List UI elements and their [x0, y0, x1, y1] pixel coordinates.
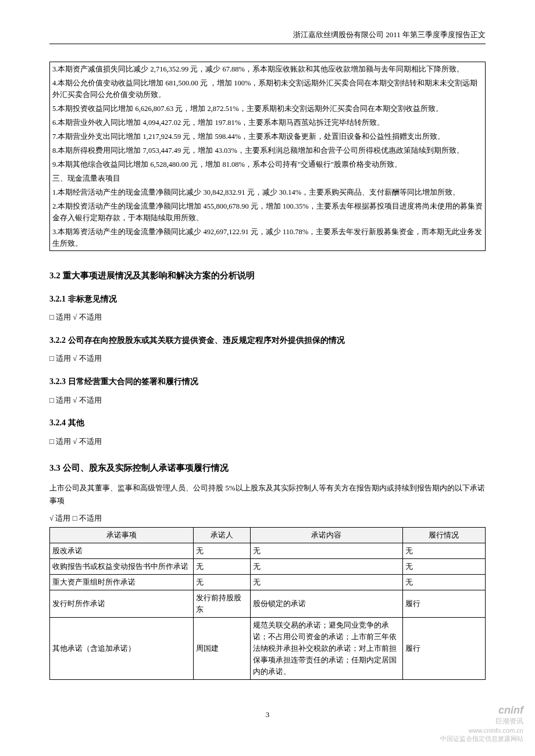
table-row: 发行时所作承诺 发行前持股股东 股份锁定的承诺 履行	[50, 590, 486, 617]
cell-content: 无	[250, 574, 402, 590]
note-item: 8.本期所得税费用同比增加 7,053,447.49 元，增加 43.03%，主…	[50, 144, 485, 157]
section-3-3-intro: 上市公司及其董事、监事和高级管理人员、公司持股 5%以上股东及其实际控制人等有关…	[49, 482, 486, 507]
cell-status: 无	[402, 543, 485, 558]
cell-item: 发行时所作承诺	[50, 590, 194, 617]
cell-content: 规范关联交易的承诺；避免同业竞争的承诺；不占用公司资金的承诺；上市前三年依法纳税…	[250, 617, 402, 679]
note-item: 4.本期公允价值变动收益同比增加 681,500.00 元 ，增加 100%，系…	[50, 76, 485, 102]
note-item: 3.本期资产减值损失同比减少 2,716,352.99 元，减少 67.88%，…	[50, 62, 485, 76]
table-row: 收购报告书或权益变动报告书中所作承诺 无 无 无	[50, 558, 486, 574]
cell-person: 发行前持股股东	[194, 590, 250, 617]
cell-status: 无	[402, 558, 485, 574]
cell-content: 无	[250, 558, 402, 574]
applicability-status: □ 适用 √ 不适用	[49, 395, 486, 407]
table-row: 重大资产重组时所作承诺 无 无 无	[50, 574, 486, 590]
cell-person: 无	[194, 543, 250, 558]
watermark-logo: cninf	[498, 704, 523, 716]
note-item: 5.本期投资收益同比增加 6,626,807.63 元，增加 2,872.51%…	[50, 102, 485, 116]
cell-item: 其他承诺（含追加承诺）	[50, 617, 194, 679]
section-3-2-1-heading: 3.2.1 非标意见情况	[49, 293, 486, 306]
note-item: 9.本期其他综合收益同比增加 6,528,480.00 元，增加 81.08%，…	[50, 157, 485, 171]
commitment-table: 承诺事项 承诺人 承诺内容 履行情况 股改承诺 无 无 无 收购报告书或权益变动…	[49, 527, 486, 680]
th-fulfil: 履行情况	[402, 527, 485, 543]
applicability-status: □ 适用 √ 不适用	[49, 311, 486, 324]
section-3-2-4-heading: 3.2.4 其他	[49, 417, 486, 429]
th-item: 承诺事项	[50, 527, 194, 543]
note-item: 三、现金流量表项目	[50, 171, 485, 185]
applicability-status: □ 适用 √ 不适用	[49, 353, 486, 365]
applicability-status: □ 适用 √ 不适用	[49, 436, 486, 448]
th-person: 承诺人	[194, 527, 250, 543]
th-content: 承诺内容	[250, 527, 402, 543]
table-row: 其他承诺（含追加承诺） 周国建 规范关联交易的承诺；避免同业竞争的承诺；不占用公…	[50, 617, 486, 679]
cell-item: 股改承诺	[50, 543, 194, 558]
cell-content: 无	[250, 543, 402, 558]
cell-person: 无	[194, 558, 250, 574]
cell-content: 股份锁定的承诺	[250, 590, 402, 617]
cell-status: 履行	[402, 617, 485, 679]
watermark-url: www.cninfo.com.cn	[469, 727, 523, 734]
table-row: 股改承诺 无 无 无	[50, 543, 486, 558]
watermark-desc: 中国证监会指定信息披露网站	[440, 735, 523, 742]
note-item: 1.本期经营活动产生的现金流量净额同比减少 30,842,832.91 元，减少…	[50, 185, 485, 199]
page-number: 3	[49, 709, 486, 721]
note-item: 7.本期营业外支出同比增加 1,217,924.59 元，增加 598.44%，…	[50, 130, 485, 144]
notes-box: 3.本期资产减值损失同比减少 2,716,352.99 元，减少 67.88%，…	[49, 62, 486, 251]
page-header: 浙江嘉欣丝绸股份有限公司 2011 年第三季度季度报告正文	[49, 29, 486, 44]
cell-item: 收购报告书或权益变动报告书中所作承诺	[50, 558, 194, 574]
section-3-2-heading: 3.2 重大事项进展情况及其影响和解决方案的分析说明	[49, 268, 486, 282]
section-3-2-3-heading: 3.2.3 日常经营重大合同的签署和履行情况	[49, 375, 486, 388]
cell-status: 无	[402, 574, 485, 590]
note-item: 6.本期营业外收入同比增加 4,094,427.02 元，增加 197.81%，…	[50, 116, 485, 130]
applicability-status: √ 适用 □ 不适用	[49, 512, 486, 525]
cell-person: 周国建	[194, 617, 250, 679]
note-item: 3.本期筹资活动产生的现金流量净额同比减少 492,697,122.91 元，减…	[50, 225, 485, 250]
table-header-row: 承诺事项 承诺人 承诺内容 履行情况	[50, 527, 486, 543]
section-3-3-heading: 3.3 公司、股东及实际控制人承诺事项履行情况	[49, 461, 486, 475]
cell-person: 无	[194, 574, 250, 590]
watermark: cninf 巨潮资讯 www.cninfo.com.cn 中国证监会指定信息披露…	[440, 704, 523, 743]
cell-status: 履行	[402, 590, 485, 617]
section-3-2-2-heading: 3.2.2 公司存在向控股股东或其关联方提供资金、违反规定程序对外提供担保的情况	[49, 334, 486, 347]
note-item: 2.本期投资活动产生的现金流量净额同比增加 455,800,678.90 元，增…	[50, 199, 485, 225]
watermark-cn: 巨潮资讯	[495, 717, 523, 725]
cell-item: 重大资产重组时所作承诺	[50, 574, 194, 590]
